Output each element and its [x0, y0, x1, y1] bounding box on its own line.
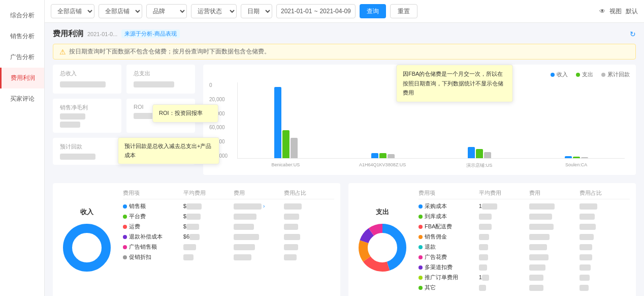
- store-select[interactable]: 全部店铺: [51, 4, 94, 18]
- expense-donut: [355, 220, 410, 276]
- exp-fee-row-1: 到库成本: [418, 213, 630, 220]
- page-title-area: 费用利润 2021-01-0... 来源于分析-商品表现 ↻: [53, 29, 636, 39]
- expense-col-name: 费用项: [418, 189, 479, 197]
- exp-fee-row-8: 其它: [418, 284, 630, 291]
- total-expense-label: 总支出: [134, 70, 188, 77]
- reset-button[interactable]: 重置: [390, 4, 417, 18]
- bar-income-3: [468, 147, 475, 158]
- bar-group-4: [528, 156, 625, 158]
- bar-expense-4: [573, 157, 580, 158]
- bar-group-1: [238, 87, 335, 158]
- exp-dot-4: [418, 245, 423, 249]
- sidebar-item-feiyong[interactable]: 费用利润: [0, 68, 44, 88]
- expense-col-fee: 费用: [529, 189, 579, 197]
- dot-5: [123, 255, 127, 259]
- exp-fee-row-2: FBA配送费: [418, 223, 630, 230]
- fee-row-1: 平台费 $: [123, 213, 334, 220]
- legend-dot-cumulative: [601, 73, 605, 77]
- sidebar-item-guanggao[interactable]: 广告分析: [0, 47, 44, 68]
- legend-cumulative: 累计回款: [601, 71, 630, 78]
- total-income-label: 总收入: [60, 70, 114, 77]
- bottom-section: 收入 费用项 平均费用: [53, 183, 636, 296]
- total-income-value: [60, 79, 114, 88]
- bar-expense-1: [282, 130, 289, 158]
- expense-label: 支出: [355, 208, 410, 217]
- bar-income-2: [371, 153, 378, 158]
- filter-bar: 全部店铺 全部店铺 品牌 运营状态 日期 2021-01-01 ~ 2021-0…: [45, 0, 644, 23]
- legend-income: 收入: [551, 71, 568, 78]
- expense-fee-table: 费用项 平均费用 费用 费用占比 采购成本 1: [418, 189, 630, 294]
- bar-cumulative-2: [388, 154, 395, 158]
- city-select[interactable]: 全部店铺: [99, 4, 142, 18]
- total-expense-value: [134, 79, 188, 88]
- bar-cumulative-1: [291, 138, 298, 158]
- income-donut-area: 收入: [59, 189, 115, 294]
- fee-row-0: 销售额 $ ›: [123, 202, 334, 210]
- income-value-blurred: [60, 81, 106, 87]
- status-select[interactable]: 运营状态: [191, 4, 237, 18]
- income-section: 收入 费用项 平均费用: [53, 183, 340, 296]
- query-button[interactable]: 查询: [360, 4, 386, 18]
- warning-banner: ⚠ 按日期查询时下面数据不包含仓储费；按月份查询时下面数据包含仓储费。: [53, 44, 636, 60]
- sidebar-item-maijiapinglun[interactable]: 买家评论: [0, 88, 44, 109]
- income-col-fee: 费用: [234, 189, 284, 197]
- income-donut: [59, 220, 115, 276]
- legend-dot-expense: [576, 73, 580, 77]
- fee-row-3: 退款补偿成本 $6: [123, 233, 334, 241]
- expense-col-pct: 费用占比: [579, 189, 630, 197]
- expense-donut-svg: [355, 220, 410, 276]
- roi-tooltip: ROI：投资回报率: [152, 104, 218, 123]
- legend-expense: 支出: [576, 71, 593, 78]
- exp-dot-2: [418, 225, 423, 229]
- fba-tooltip: 因FBA的仓储费是一个月交一次，所以在按照日期查询，下列数据统计不显示仓储费用: [396, 65, 513, 102]
- legend-dot-income: [551, 73, 555, 77]
- expense-value-blurred: [134, 81, 174, 87]
- total-income-card: 总收入: [53, 65, 121, 94]
- sales-margin-card: 销售净毛利: [53, 99, 121, 133]
- dot-3: [123, 235, 127, 239]
- sidebar-item-xiaoshou[interactable]: 销售分析: [0, 26, 44, 47]
- exp-fee-row-4: 退款: [418, 243, 630, 251]
- chart-right: 收入 支出 累计回款 因FBA的仓储费是一个月交一次，所以在按: [203, 65, 636, 175]
- bar-expense-3: [476, 149, 483, 158]
- exp-dot-6: [418, 265, 423, 270]
- expense-section: 支出: [348, 183, 636, 296]
- fee-row-5: 促销折扣: [123, 253, 334, 261]
- svg-point-7: [369, 234, 396, 261]
- warning-icon: ⚠: [59, 48, 66, 56]
- income-col-avg: 平均费用: [183, 189, 234, 197]
- exp-dot-8: [418, 286, 423, 290]
- bar-income-1: [274, 87, 281, 158]
- brand-select[interactable]: 品牌: [146, 4, 187, 18]
- dot-2: [123, 225, 127, 229]
- row0-expand-icon[interactable]: ›: [263, 203, 265, 209]
- income-label: 收入: [59, 208, 115, 217]
- bar-income-4: [565, 156, 572, 158]
- exp-fee-row-3: 销售佣金: [418, 233, 630, 241]
- exp-dot-5: [418, 255, 423, 259]
- fee-row-4: 广告销售额: [123, 243, 334, 251]
- estimated-tooltip: 预计回款是总收入减去总支出+产品成本: [118, 137, 219, 164]
- date-range-input[interactable]: 2021-01-01 ~ 2021-04-09: [276, 4, 356, 18]
- x-axis-labels: Benicaber:US A1H64Q1KV3808Z:US 演示店铺:US S…: [237, 162, 625, 169]
- sidebar-item-zonghe[interactable]: 综合分析: [0, 5, 44, 26]
- sidebar: 综合分析 销售分析 广告分析 费用利润 买家评论: [0, 0, 45, 296]
- sales-margin-label: 销售净毛利: [60, 104, 114, 111]
- page-content: 费用利润 2021-01-0... 来源于分析-商品表现 ↻ ⚠ 按日期查询时下…: [45, 23, 644, 296]
- expense-col-avg: 平均费用: [479, 189, 529, 197]
- estimated-value-blurred: [60, 154, 95, 160]
- exp-dot-1: [418, 215, 423, 219]
- page-title: 费用利润: [53, 29, 83, 39]
- roi-card: ROI ROI：投资回报率: [126, 99, 195, 133]
- income-col-name: 费用项: [123, 189, 183, 197]
- bar-cumulative-4: [581, 157, 588, 158]
- exp-fee-row-6: 多渠道扣费: [418, 263, 630, 271]
- dot-4: [123, 245, 127, 249]
- date-type-select[interactable]: 日期: [241, 4, 272, 18]
- income-donut-svg: [59, 220, 115, 276]
- main-content: 全部店铺 全部店铺 品牌 运营状态 日期 2021-01-01 ~ 2021-0…: [45, 0, 644, 296]
- source-link[interactable]: 来源于分析-商品表现: [121, 29, 180, 38]
- refresh-button[interactable]: ↻: [630, 30, 636, 38]
- filter-right: 👁 视图 默认: [599, 7, 638, 16]
- margin-value-blurred: [60, 113, 85, 120]
